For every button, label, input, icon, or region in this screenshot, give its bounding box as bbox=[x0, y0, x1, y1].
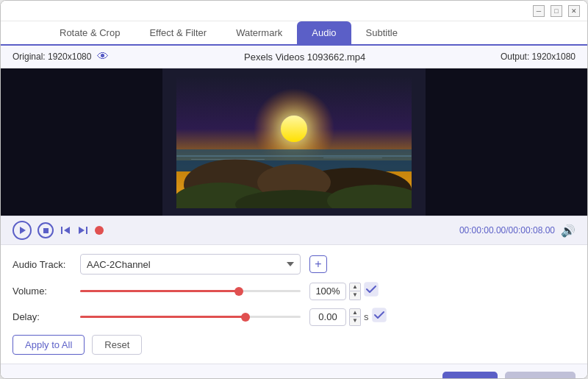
volume-value: 100% bbox=[309, 283, 346, 300]
action-buttons: Apply to All Reset bbox=[12, 335, 576, 355]
video-thumbnail bbox=[176, 76, 412, 208]
volume-value-group: 100% ▲ ▼ bbox=[309, 282, 379, 300]
footer: OK Cancel bbox=[1, 364, 587, 379]
svg-marker-15 bbox=[64, 227, 70, 234]
output-resolution: Output: 1920x1080 bbox=[501, 52, 576, 62]
play-icon bbox=[20, 227, 26, 234]
video-left-padding bbox=[1, 68, 162, 216]
filename: Pexels Videos 1093662.mp4 bbox=[244, 52, 365, 63]
maximize-button[interactable]: □ bbox=[551, 5, 562, 17]
svg-rect-12 bbox=[191, 159, 265, 160]
delay-row: Delay: 0.00 ▲ ▼ s bbox=[12, 308, 576, 326]
volume-spin-controls: ▲ ▼ bbox=[349, 283, 361, 300]
volume-label: Volume: bbox=[12, 286, 71, 297]
svg-point-2 bbox=[281, 116, 307, 142]
tab-effect-filter[interactable]: Effect & Filter bbox=[135, 21, 221, 46]
audio-track-row: Audio Track: AAC-2Channel + bbox=[12, 254, 576, 274]
tab-audio[interactable]: Audio bbox=[297, 21, 351, 46]
svg-marker-17 bbox=[79, 227, 85, 234]
svg-rect-13 bbox=[323, 157, 382, 158]
volume-spin-up[interactable]: ▲ bbox=[349, 283, 361, 291]
play-button[interactable] bbox=[12, 221, 32, 240]
tab-subtitle[interactable]: Subtitle bbox=[351, 21, 412, 46]
delay-reset-icon[interactable] bbox=[372, 308, 387, 326]
skip-prev-icon bbox=[60, 224, 71, 236]
delay-spin-controls: ▲ ▼ bbox=[349, 308, 361, 326]
original-info: Original: 1920x1080 👁 bbox=[12, 50, 109, 63]
volume-check-icon bbox=[364, 282, 379, 297]
delay-unit: s bbox=[364, 311, 369, 322]
apply-to-all-button[interactable]: Apply to All bbox=[12, 335, 85, 355]
delay-check-icon bbox=[372, 308, 387, 322]
record-button[interactable] bbox=[95, 226, 104, 235]
ok-button[interactable]: OK bbox=[442, 372, 498, 379]
stop-button[interactable] bbox=[37, 222, 54, 238]
original-resolution: Original: 1920x1080 bbox=[12, 52, 91, 62]
volume-slider-thumb[interactable] bbox=[234, 287, 243, 296]
minimize-button[interactable]: ─ bbox=[533, 5, 545, 17]
volume-spin-down[interactable]: ▼ bbox=[349, 291, 361, 300]
delay-spin-up[interactable]: ▲ bbox=[349, 308, 361, 317]
playback-controls: 00:00:00.00/00:00:08.00 🔊 bbox=[1, 216, 587, 245]
reset-button[interactable]: Reset bbox=[92, 335, 142, 355]
svg-rect-14 bbox=[61, 227, 62, 234]
delay-slider-fill bbox=[80, 316, 245, 318]
close-button[interactable]: ✕ bbox=[568, 5, 580, 17]
tab-bar: Rotate & Crop Effect & Filter Watermark … bbox=[1, 21, 587, 46]
stop-icon bbox=[43, 228, 49, 233]
video-right-padding bbox=[426, 68, 587, 216]
title-bar: ─ □ ✕ bbox=[1, 1, 587, 21]
delay-label: Delay: bbox=[12, 311, 71, 322]
volume-reset-icon[interactable] bbox=[364, 282, 379, 300]
cancel-button[interactable]: Cancel bbox=[505, 372, 576, 379]
video-preview bbox=[1, 68, 587, 216]
window-controls: ─ □ ✕ bbox=[533, 5, 580, 17]
svg-rect-16 bbox=[86, 227, 87, 234]
skip-next-button[interactable] bbox=[77, 224, 89, 236]
video-header: Original: 1920x1080 👁 Pexels Videos 1093… bbox=[1, 46, 587, 68]
eye-icon[interactable]: 👁 bbox=[97, 50, 109, 63]
svg-rect-11 bbox=[176, 155, 412, 157]
volume-row: Volume: 100% ▲ ▼ bbox=[12, 282, 576, 300]
volume-icon[interactable]: 🔊 bbox=[561, 224, 576, 238]
skip-next-icon bbox=[77, 224, 89, 236]
delay-spin-down[interactable]: ▼ bbox=[349, 317, 361, 326]
main-window: ─ □ ✕ Rotate & Crop Effect & Filter Wate… bbox=[0, 0, 588, 379]
volume-slider-track[interactable] bbox=[80, 290, 301, 292]
audio-track-select[interactable]: AAC-2Channel bbox=[80, 254, 301, 274]
tab-watermark[interactable]: Watermark bbox=[221, 21, 297, 46]
audio-settings: Audio Track: AAC-2Channel + Volume: 100%… bbox=[1, 245, 587, 364]
volume-slider-fill bbox=[80, 290, 239, 292]
time-display: 00:00:00.00/00:00:08.00 bbox=[459, 225, 555, 235]
audio-track-label: Audio Track: bbox=[12, 259, 71, 270]
delay-slider-thumb[interactable] bbox=[241, 313, 250, 322]
delay-value-group: 0.00 ▲ ▼ s bbox=[309, 308, 387, 326]
delay-slider-track[interactable] bbox=[80, 316, 301, 318]
tab-rotate-crop[interactable]: Rotate & Crop bbox=[45, 21, 135, 46]
delay-slider-container bbox=[80, 311, 301, 323]
skip-prev-button[interactable] bbox=[60, 224, 71, 236]
volume-slider-container bbox=[80, 286, 301, 297]
delay-value: 0.00 bbox=[309, 308, 346, 326]
add-track-button[interactable]: + bbox=[309, 255, 327, 273]
